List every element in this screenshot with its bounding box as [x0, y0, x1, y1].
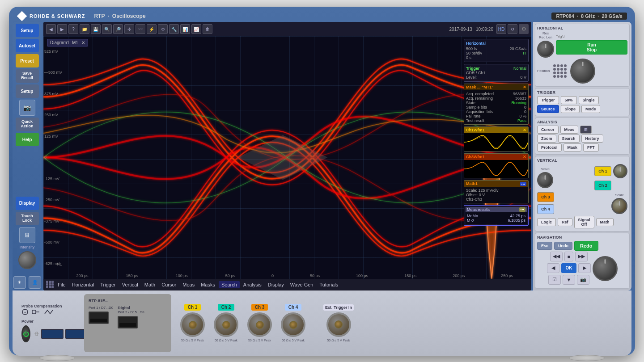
tools1-icon[interactable]: 🔧	[169, 24, 179, 34]
nav-stop-button[interactable]: ■	[564, 252, 573, 261]
menu-meas[interactable]: Meas	[180, 281, 197, 288]
source-button[interactable]: Source	[537, 105, 559, 113]
zoom-minus-icon[interactable]: 🔎	[113, 24, 123, 34]
navigation-knob[interactable]	[593, 256, 618, 281]
esc-button[interactable]: Esc	[537, 242, 552, 250]
nav-prev-button[interactable]: ◀	[547, 263, 559, 273]
slope-button[interactable]: Slope	[561, 105, 580, 113]
res-reclength-knob[interactable]	[537, 41, 554, 58]
ch3-close-icon[interactable]: ✕	[523, 155, 526, 159]
nav-right-button[interactable]: ▶▶	[575, 252, 588, 261]
fft-btn[interactable]: FFT	[583, 143, 599, 152]
touch-lock-button[interactable]: TouchLock	[16, 212, 39, 225]
apps-btn[interactable]: ⊞	[580, 126, 592, 134]
ext-bnc[interactable]	[326, 312, 351, 337]
diagram-close-icon[interactable]: ✕	[81, 40, 85, 45]
run-stop-button[interactable]: RunStop	[556, 40, 627, 55]
power-button[interactable]: ⏻	[21, 325, 30, 342]
protocol-btn[interactable]: Protocol	[537, 143, 562, 152]
quick-action-button[interactable]: QuickAction	[16, 118, 39, 131]
help-icon[interactable]: ?	[68, 24, 78, 34]
save-recall-button[interactable]: SaveRecall	[16, 69, 39, 83]
menu-masks[interactable]: Masks	[198, 281, 218, 288]
refresh-icon[interactable]: ↺	[508, 24, 517, 34]
folder-icon[interactable]: 📁	[80, 24, 89, 34]
ch2-channel-button[interactable]: Ch 2	[594, 181, 611, 190]
usb-port-1[interactable]	[41, 329, 64, 339]
hdmi-port-2[interactable]	[118, 316, 138, 328]
model-info: RTP084 · 8 GHz · 20 GSa/s	[551, 13, 627, 20]
position-knob[interactable]	[570, 59, 595, 84]
setup-button[interactable]: Setup	[16, 84, 39, 98]
nav-left-button[interactable]: ◀◀	[550, 252, 563, 261]
menu-math[interactable]: Math	[142, 281, 158, 288]
ch3-bnc[interactable]	[247, 312, 272, 337]
math-button[interactable]: Math	[596, 218, 614, 226]
undo-button[interactable]: Undo	[554, 242, 572, 250]
trigger-button[interactable]: Trigger	[537, 96, 559, 104]
zoom-plus-icon[interactable]: 🔍	[102, 24, 112, 34]
zoom-btn[interactable]: Zoom	[537, 135, 556, 143]
signal-off-button[interactable]: SignalOff	[574, 216, 594, 228]
menu-tutorials[interactable]: Tutorials	[317, 281, 341, 288]
autoset-button[interactable]: Autoset	[16, 39, 39, 52]
menu-wavegen[interactable]: Wave Gen	[288, 281, 316, 288]
nav-check-button[interactable]: ☑	[548, 275, 561, 285]
ok-button[interactable]: OK	[561, 263, 576, 273]
single-button[interactable]: Single	[579, 96, 599, 104]
menu-file[interactable]: File	[55, 281, 68, 288]
menu-trigger[interactable]: Trigger	[97, 281, 118, 288]
redo-button[interactable]: Redo	[574, 241, 598, 251]
mode-button[interactable]: Mode	[581, 105, 600, 113]
sun-icon[interactable]: ☀	[13, 276, 26, 289]
display-button[interactable]: Display	[16, 197, 39, 210]
search-btn[interactable]: Search	[558, 135, 580, 143]
ch4-bnc[interactable]	[281, 312, 305, 337]
hdmi-port-1[interactable]	[89, 311, 109, 324]
ch2-bnc[interactable]	[214, 312, 238, 337]
grid-menu-icon[interactable]	[46, 281, 54, 289]
ch4-channel-button[interactable]: Ch 4	[537, 204, 554, 214]
tools2-icon[interactable]: 📊	[180, 24, 190, 34]
wave-icon[interactable]: 〰	[136, 24, 145, 34]
nav-screenshot-button[interactable]: 📷	[577, 275, 589, 285]
delete-icon[interactable]: 🗑	[203, 24, 212, 34]
nav-next-button[interactable]: ▶	[578, 263, 591, 273]
meas-options-icon[interactable]: •••	[519, 207, 525, 212]
ch3-knob[interactable]	[611, 198, 627, 214]
menu-search[interactable]: Search	[219, 281, 240, 288]
trigger-50-button[interactable]: 50%	[561, 96, 577, 104]
tools3-icon[interactable]: 📈	[191, 24, 201, 34]
intensity-knob[interactable]	[18, 251, 36, 269]
menu-horizontal[interactable]: Horizontal	[69, 281, 97, 288]
menu-cursor[interactable]: Cursor	[159, 281, 179, 288]
ref-button[interactable]: Ref	[558, 218, 572, 226]
ch1-bnc[interactable]	[180, 312, 205, 337]
menu-analysis[interactable]: Analysis	[241, 281, 264, 288]
mask-btn[interactable]: Mask	[564, 143, 582, 152]
ch1-knob[interactable]	[613, 164, 627, 178]
logic-button[interactable]: Logic	[537, 218, 556, 226]
gear-icon[interactable]: ⚙	[519, 24, 529, 34]
menu-display[interactable]: Display	[265, 281, 287, 288]
menu-vertical[interactable]: Vertical	[119, 281, 141, 288]
ch3-channel-button[interactable]: Ch 3	[537, 192, 554, 202]
help-button[interactable]: Help	[16, 133, 39, 146]
camera-icon[interactable]: 📷	[19, 100, 35, 116]
cursor-btn[interactable]: Cursor	[537, 126, 559, 134]
meas-btn[interactable]: Meas	[560, 126, 579, 134]
ch1-channel-button[interactable]: Ch 1	[594, 166, 611, 176]
ch1-close-icon[interactable]: ✕	[523, 128, 526, 132]
setup-top-button[interactable]: Setup	[16, 24, 39, 37]
signal-icon[interactable]: ⚡	[147, 24, 157, 34]
settings-icon[interactable]: ⚙	[158, 24, 168, 34]
back-icon[interactable]: ◀	[46, 24, 56, 34]
nav-down-button[interactable]: ▼	[563, 275, 575, 285]
scale-knob[interactable]	[537, 172, 553, 188]
cursor-icon[interactable]: ✛	[124, 24, 134, 34]
save-icon[interactable]: 💾	[91, 24, 101, 34]
forward-icon[interactable]: ▶	[57, 24, 67, 34]
preset-button[interactable]: Preset	[16, 54, 39, 67]
mask-close-icon[interactable]: ✕	[523, 85, 526, 89]
history-btn[interactable]: History	[581, 135, 603, 143]
